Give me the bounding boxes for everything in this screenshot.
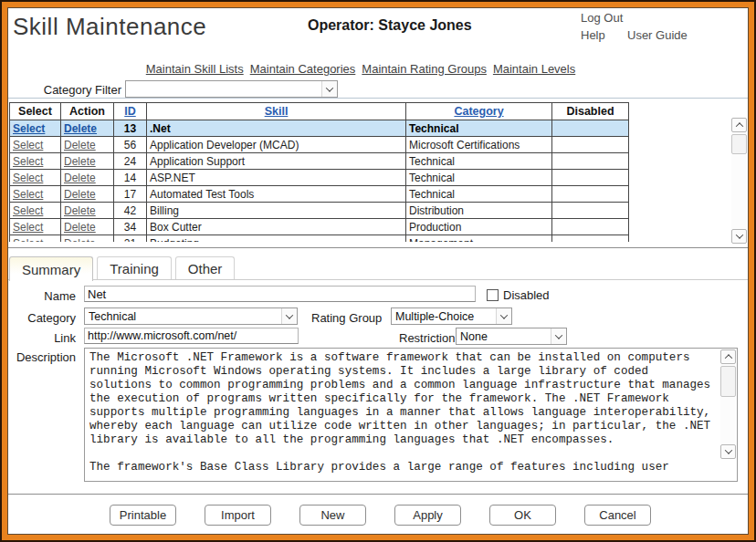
disabled-cell xyxy=(552,203,629,219)
delete-link[interactable]: Delete xyxy=(61,219,114,235)
chevron-down-icon xyxy=(551,328,566,344)
scroll-up-icon[interactable] xyxy=(731,118,747,132)
description-scrollbar[interactable] xyxy=(720,349,736,459)
id-cell: 21 xyxy=(114,235,147,243)
name-input[interactable] xyxy=(84,286,476,302)
nav-link-maintain-levels[interactable]: Maintain Levels xyxy=(493,62,575,76)
table-row: SelectDelete14ASP.NETTechnical xyxy=(10,170,629,186)
select-link[interactable]: Select xyxy=(10,235,61,243)
skill-maintenance-window: Skill Maintenance Operator: Stayce Jones… xyxy=(0,0,756,542)
id-cell: 56 xyxy=(114,137,147,153)
printable-button[interactable]: Printable xyxy=(110,505,176,526)
select-link[interactable]: Select xyxy=(10,219,61,235)
col-header-skill[interactable]: Skill xyxy=(147,103,406,120)
category-select-value: Technical xyxy=(85,310,281,323)
restriction-label: Restriction xyxy=(399,331,455,345)
table-row: SelectDelete42BillingDistribution xyxy=(10,203,629,219)
nav-link-maintain-categories[interactable]: Maintain Categories xyxy=(250,62,356,76)
skills-table: SelectActionIDSkillCategoryDisabled Sele… xyxy=(9,102,629,242)
disabled-cell xyxy=(552,219,629,235)
link-input[interactable] xyxy=(84,328,299,344)
table-row: SelectDelete21BudgetingManagement xyxy=(10,235,629,243)
scroll-down-icon[interactable] xyxy=(731,229,747,244)
category-filter-select[interactable] xyxy=(125,80,338,98)
delete-link[interactable]: Delete xyxy=(61,153,114,170)
select-link[interactable]: Select xyxy=(10,203,61,219)
category-cell: Microsoft Certifications xyxy=(406,137,552,153)
select-link[interactable]: Select xyxy=(10,186,61,203)
scroll-up-icon[interactable] xyxy=(720,349,736,364)
chevron-down-icon xyxy=(281,308,297,324)
category-cell: Production xyxy=(406,219,552,235)
maintain-nav: Maintain Skill ListsMaintain CategoriesM… xyxy=(0,62,721,76)
id-cell: 17 xyxy=(114,186,147,203)
name-label: Name xyxy=(0,289,80,303)
disabled-cell xyxy=(552,186,629,203)
disabled-cell xyxy=(552,170,629,186)
logout-link[interactable]: Log Out xyxy=(581,11,623,25)
divider xyxy=(8,247,748,248)
disabled-checkbox-label: Disabled xyxy=(503,288,550,302)
table-row: SelectDelete56Application Developer (MCA… xyxy=(10,137,629,153)
page-title: Skill Maintenance xyxy=(13,13,206,41)
category-cell: Distribution xyxy=(406,203,552,219)
delete-link[interactable]: Delete xyxy=(61,203,114,219)
table-scrollbar[interactable] xyxy=(731,118,747,244)
operator-label: Operator: Stayce Jones xyxy=(308,17,472,34)
tab-other[interactable]: Other xyxy=(175,256,236,279)
category-select[interactable]: Technical xyxy=(84,307,298,325)
col-header-select: Select xyxy=(10,103,61,120)
category-label: Category xyxy=(0,311,80,325)
user-guide-link[interactable]: User Guide xyxy=(627,28,688,42)
col-header-category[interactable]: Category xyxy=(406,103,552,120)
disabled-cell xyxy=(552,120,629,137)
help-link[interactable]: Help xyxy=(581,28,605,42)
table-row: SelectDelete34Box CutterProduction xyxy=(10,219,629,235)
description-textarea[interactable]: The Microsoft .NET Framework is a softwa… xyxy=(84,348,738,482)
new-button[interactable]: New xyxy=(299,505,366,526)
disabled-cell xyxy=(552,153,629,170)
tab-summary[interactable]: Summary xyxy=(9,256,93,281)
scrollbar-thumb[interactable] xyxy=(720,366,736,397)
delete-link[interactable]: Delete xyxy=(61,137,114,153)
detail-tabs: SummaryTrainingOther xyxy=(9,256,235,281)
select-link[interactable]: Select xyxy=(10,120,61,137)
apply-button[interactable]: Apply xyxy=(394,505,461,526)
category-cell: Technical xyxy=(406,153,552,170)
rating-group-label: Rating Group xyxy=(311,311,382,325)
id-cell: 14 xyxy=(114,170,147,186)
ok-button[interactable]: OK xyxy=(489,505,556,526)
skill-cell: Application Support xyxy=(147,153,406,170)
table-row: SelectDelete24Application SupportTechnic… xyxy=(10,153,629,170)
select-link[interactable]: Select xyxy=(10,137,61,153)
import-button[interactable]: Import xyxy=(205,505,271,526)
restriction-select[interactable]: None xyxy=(456,328,567,345)
col-header-disabled: Disabled xyxy=(552,103,629,120)
restriction-value: None xyxy=(457,330,551,343)
rating-group-select[interactable]: Multiple-Choice xyxy=(391,307,512,325)
delete-link[interactable]: Delete xyxy=(61,170,114,186)
skill-cell: .Net xyxy=(147,120,406,137)
table-row: SelectDelete13.NetTechnical xyxy=(10,120,629,137)
chevron-down-icon xyxy=(321,81,337,97)
cancel-button[interactable]: Cancel xyxy=(584,505,651,526)
nav-link-maintain-rating-groups[interactable]: Maintain Rating Groups xyxy=(362,62,487,76)
scroll-down-icon[interactable] xyxy=(720,444,736,459)
disabled-checkbox[interactable] xyxy=(487,289,499,301)
skill-cell: ASP.NET xyxy=(147,170,406,186)
section-divider xyxy=(8,98,748,99)
skill-cell: Budgeting xyxy=(147,235,406,243)
delete-link[interactable]: Delete xyxy=(61,235,114,243)
category-cell: Management xyxy=(406,235,552,243)
scrollbar-thumb[interactable] xyxy=(731,134,747,154)
divider xyxy=(8,494,748,495)
tab-training[interactable]: Training xyxy=(97,256,172,279)
select-link[interactable]: Select xyxy=(10,153,61,170)
skill-cell: Billing xyxy=(147,203,406,219)
category-cell: Technical xyxy=(406,120,552,137)
nav-link-maintain-skill-lists[interactable]: Maintain Skill Lists xyxy=(146,62,244,76)
col-header-id[interactable]: ID xyxy=(114,103,147,120)
delete-link[interactable]: Delete xyxy=(61,186,114,203)
select-link[interactable]: Select xyxy=(10,170,61,186)
delete-link[interactable]: Delete xyxy=(61,120,114,137)
